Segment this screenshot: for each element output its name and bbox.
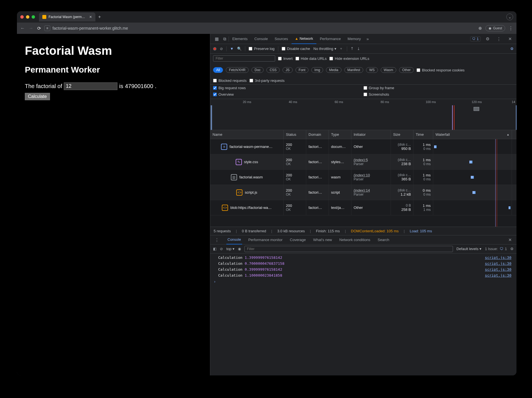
site-info-icon[interactable]: ≡ — [44, 25, 50, 31]
type-css[interactable]: CSS — [266, 67, 280, 73]
log-source-link[interactable]: script.js:30 — [485, 255, 511, 260]
type-all[interactable]: All — [213, 67, 223, 73]
col-name[interactable]: Name — [210, 130, 284, 139]
table-row[interactable]: ✎style.css200OKfactori…styles…(index):5P… — [210, 154, 516, 170]
search-icon[interactable]: 🔍 — [237, 47, 242, 51]
console-prompt[interactable]: › — [210, 278, 516, 285]
close-window[interactable] — [20, 15, 24, 19]
console-output[interactable]: Calculation 1.399999976158142script.js:3… — [210, 253, 516, 375]
profile-guest[interactable]: ◉ Guest — [485, 25, 505, 31]
tab-performance[interactable]: Performance — [316, 34, 344, 44]
browser-menu-icon[interactable]: ⋮ — [509, 26, 513, 31]
live-expression-icon[interactable]: ◉ — [238, 247, 241, 251]
log-level-select[interactable]: Default levels ▾ — [456, 247, 481, 251]
overview-checkbox[interactable]: Overview — [213, 92, 364, 97]
more-tabs-icon[interactable]: » — [364, 36, 371, 41]
network-settings-icon[interactable]: ⚙ — [510, 47, 514, 51]
drawer-tab-whatsnew[interactable]: What's new — [312, 235, 333, 244]
tab-memory[interactable]: Memory — [344, 34, 364, 44]
col-size[interactable]: Size — [391, 130, 413, 139]
drawer-tab-netcond[interactable]: Network conditions — [338, 235, 371, 244]
maximize-window[interactable] — [32, 15, 35, 19]
network-overview[interactable]: 20 ms 40 ms 60 ms 80 ms 100 ms 120 ms 14 — [210, 99, 516, 130]
screenshots-checkbox[interactable]: Screenshots — [364, 92, 514, 97]
zoom-icon[interactable]: ⊕ — [478, 26, 482, 31]
tab-console[interactable]: Console — [251, 34, 271, 44]
table-row[interactable]: <>script.js200OKfactori…script(index):14… — [210, 185, 516, 200]
close-tab-icon[interactable]: ✕ — [89, 15, 92, 19]
issues-badge[interactable]: 🗨 1 — [470, 36, 481, 41]
type-fetch[interactable]: Fetch/XHR — [226, 67, 249, 73]
network-conditions-icon[interactable]: ᯤ — [340, 47, 343, 51]
type-wasm[interactable]: Wasm — [381, 67, 397, 73]
hide-data-urls-checkbox[interactable]: Hide data URLs — [295, 56, 327, 61]
log-source-link[interactable]: script.js:30 — [485, 267, 511, 272]
type-font[interactable]: Font — [295, 67, 308, 73]
back-button[interactable]: ← — [20, 26, 25, 31]
hide-extension-urls-checkbox[interactable]: Hide extension URLs — [329, 56, 369, 61]
minimize-window[interactable] — [26, 15, 29, 19]
address-bar[interactable]: ≡ factorial-wasm-permanent-worker.glitch… — [44, 25, 475, 31]
blocked-requests-checkbox[interactable]: Blocked requests — [213, 78, 247, 83]
type-media[interactable]: Media — [326, 67, 341, 73]
console-issue-label[interactable]: 1 Issue: 🗨 1 — [485, 247, 507, 251]
log-source-link[interactable]: script.js:30 — [485, 273, 511, 277]
filter-input[interactable] — [213, 55, 275, 62]
browser-tab[interactable]: Factorial Wasm (permanent … ✕ — [39, 12, 95, 21]
reload-button[interactable]: ⟳ — [37, 26, 41, 31]
throttling-select[interactable]: No throttling ▾ — [314, 47, 336, 51]
drawer-tab-search[interactable]: Search — [376, 235, 390, 244]
tab-sources[interactable]: Sources — [271, 34, 292, 44]
col-domain[interactable]: Domain — [306, 130, 329, 139]
drawer-tab-coverage[interactable]: Coverage — [289, 235, 307, 244]
drawer-tab-perfmon[interactable]: Performance monitor — [247, 235, 284, 244]
type-ws[interactable]: WS — [366, 67, 378, 73]
col-initiator[interactable]: Initiator — [351, 130, 391, 139]
table-row[interactable]: <>blob:https://factorial-wa…200OKfactori… — [210, 200, 516, 215]
console-clear-icon[interactable]: ⊘ — [220, 247, 223, 251]
type-js[interactable]: JS — [283, 67, 293, 73]
clear-icon[interactable]: ⊘ — [220, 47, 223, 51]
preserve-log-checkbox[interactable]: Preserve log — [249, 47, 275, 51]
console-settings-icon[interactable]: ⚙ — [510, 247, 514, 251]
blocked-cookies-checkbox[interactable]: Blocked response cookies — [417, 68, 465, 72]
invert-checkbox[interactable]: Invert — [278, 56, 293, 61]
record-button[interactable] — [213, 47, 216, 51]
context-select[interactable]: top ▾ — [226, 247, 235, 251]
disable-cache-checkbox[interactable]: Disable cache — [282, 47, 310, 51]
tab-elements[interactable]: Elements — [229, 34, 251, 44]
drawer-menu-icon[interactable]: ⋮ — [213, 237, 221, 242]
devtools-menu-icon[interactable]: ⋮ — [494, 36, 503, 41]
console-sidebar-icon[interactable]: ◧ — [213, 247, 216, 251]
col-time[interactable]: Time — [413, 130, 433, 139]
drawer-tab-console[interactable]: Console — [226, 235, 242, 244]
tab-network[interactable]: ▲Network — [292, 34, 317, 44]
type-img[interactable]: Img — [311, 67, 323, 73]
table-row[interactable]: ≡factorial-wasm-permane…200OKfactori…doc… — [210, 139, 516, 154]
forward-button[interactable]: → — [29, 26, 33, 31]
close-drawer-icon[interactable]: ✕ — [506, 237, 514, 242]
log-source-link[interactable]: script.js:30 — [485, 261, 511, 266]
inspect-icon[interactable]: ▦ — [213, 36, 221, 41]
col-type[interactable]: Type — [329, 130, 351, 139]
filter-icon[interactable]: ▼ — [230, 47, 234, 51]
table-row[interactable]: ▥factorial.wasm200OKfactori…wasm(index):… — [210, 170, 516, 185]
export-har-icon[interactable]: ⤓ — [357, 47, 360, 51]
third-party-checkbox[interactable]: 3rd-party requests — [249, 78, 285, 83]
import-har-icon[interactable]: ⤒ — [351, 47, 354, 51]
type-manifest[interactable]: Manifest — [344, 67, 363, 73]
calculate-button[interactable]: Calculate — [25, 93, 50, 100]
device-mode-icon[interactable]: ⧉ — [221, 36, 229, 41]
col-waterfall[interactable]: Waterfall▲ — [433, 130, 512, 139]
big-rows-checkbox[interactable]: Big request rows — [213, 86, 364, 90]
group-by-frame-checkbox[interactable]: Group by frame — [364, 86, 514, 90]
type-other[interactable]: Other — [399, 67, 414, 73]
type-doc[interactable]: Doc — [251, 67, 264, 73]
tab-dropdown-icon[interactable]: ⌄ — [506, 14, 513, 20]
console-filter-input[interactable] — [244, 246, 453, 252]
settings-icon[interactable]: ⚙ — [483, 36, 492, 41]
col-status[interactable]: Status — [284, 130, 306, 139]
new-tab-button[interactable]: + — [98, 14, 101, 19]
factorial-input[interactable] — [64, 82, 117, 90]
close-devtools-icon[interactable]: ✕ — [506, 36, 514, 41]
